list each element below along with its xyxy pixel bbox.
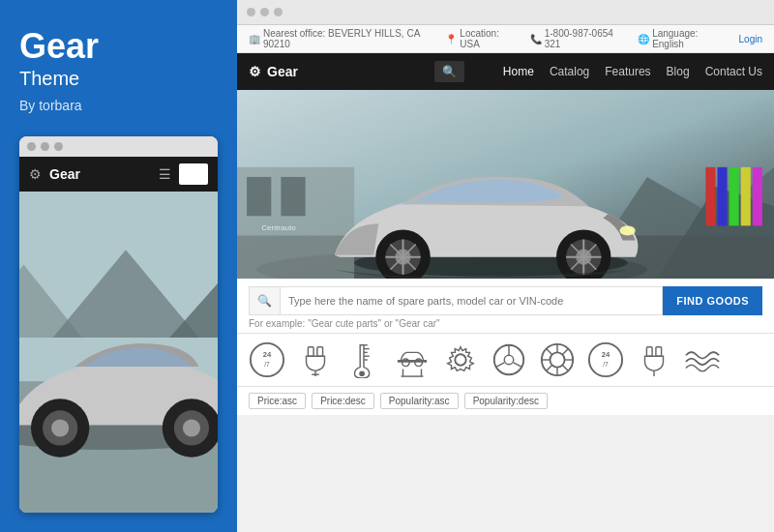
nav-brand: ⚙ Gear <box>249 64 298 79</box>
location-info: 📍 Location: USA <box>445 28 514 49</box>
hero-background: Centrauto <box>237 90 774 279</box>
svg-rect-46 <box>317 347 323 357</box>
search-input[interactable] <box>280 286 663 315</box>
icon-temperature <box>345 341 382 378</box>
info-bar: 🏢 Nearest office: BEVERLY HILLS, CA 9021… <box>237 25 774 53</box>
icon-waves <box>684 341 721 378</box>
hero-svg: Centrauto <box>237 90 774 279</box>
icon-plug <box>297 341 334 378</box>
mobile-nav-bar: ⚙ Gear ☰ <box>19 157 218 192</box>
icon-247: 24 /7 <box>249 341 285 378</box>
icon-item-car-lift <box>394 341 431 378</box>
find-goods-button[interactable]: FIND GOODS <box>663 286 762 315</box>
svg-rect-45 <box>308 347 313 357</box>
svg-line-66 <box>514 363 522 368</box>
svg-rect-80 <box>646 347 652 357</box>
language-info: 🌐 Language: English <box>638 28 723 49</box>
tag-popularity-asc[interactable]: Popularity:asc <box>380 393 459 409</box>
svg-line-76 <box>547 365 552 370</box>
phone-text: 1-800-987-0654 321 <box>545 28 622 49</box>
svg-rect-23 <box>741 167 751 226</box>
office-text: Nearest office: BEVERLY HILLS, CA 90210 <box>263 28 430 49</box>
svg-line-75 <box>562 349 568 355</box>
icon-item-247: 24 /7 <box>249 341 285 378</box>
nav-catalog[interactable]: Catalog <box>550 65 589 78</box>
icon-item-plug <box>297 341 334 378</box>
mobile-brand: Gear <box>49 166 151 182</box>
location-text: Location: USA <box>460 28 514 49</box>
svg-text:/7: /7 <box>603 361 609 368</box>
theme-title: Gear <box>19 29 218 64</box>
nav-gear-icon: ⚙ <box>249 64 261 79</box>
tag-price-desc[interactable]: Price:desc <box>312 393 374 409</box>
nav-brand-text: Gear <box>267 64 298 79</box>
icon-item-247-2: 24 /7 <box>587 341 624 378</box>
dot-2 <box>41 142 49 151</box>
svg-rect-81 <box>656 347 662 357</box>
svg-point-26 <box>620 225 636 235</box>
phone-info: 📞 1-800-987-0654 321 <box>530 28 622 49</box>
icon-settings <box>442 341 479 378</box>
svg-rect-20 <box>705 167 715 226</box>
website-preview: 🏢 Nearest office: BEVERLY HILLS, CA 9021… <box>237 25 774 532</box>
hero-image: Centrauto <box>237 90 774 279</box>
svg-point-11 <box>183 419 200 436</box>
svg-rect-19 <box>281 177 305 216</box>
nav-blog[interactable]: Blog <box>667 65 690 78</box>
mobile-hamburger-icon: ☰ <box>159 166 171 182</box>
mobile-gear-icon: ⚙ <box>29 166 42 182</box>
svg-text:Centrauto: Centrauto <box>261 223 296 232</box>
icons-row: 24 /7 <box>237 334 774 387</box>
svg-point-68 <box>550 352 564 367</box>
theme-author: By torbara <box>19 98 218 113</box>
svg-rect-22 <box>729 167 739 226</box>
nav-home[interactable]: Home <box>503 65 534 78</box>
browser-chrome <box>237 0 774 25</box>
dot-1 <box>27 142 36 151</box>
icon-car-lift <box>394 341 431 378</box>
search-icon: 🔍 <box>257 294 272 308</box>
svg-line-65 <box>495 363 504 368</box>
search-icon-wrapper: 🔍 <box>249 286 280 315</box>
icon-wheel <box>539 341 576 378</box>
svg-line-73 <box>547 349 552 355</box>
mobile-hero-image <box>19 192 218 513</box>
dot-3 <box>54 142 63 151</box>
office-info: 🏢 Nearest office: BEVERLY HILLS, CA 9021… <box>249 28 430 49</box>
svg-rect-21 <box>717 167 727 226</box>
svg-point-8 <box>51 419 69 436</box>
icon-247-2: 24 /7 <box>587 341 624 378</box>
icon-item-waves <box>684 341 721 378</box>
theme-subtitle: Theme <box>19 68 218 90</box>
mobile-preview: ⚙ Gear ☰ <box>19 136 218 513</box>
svg-text:24: 24 <box>263 350 272 359</box>
nav-contact[interactable]: Contact Us <box>705 65 762 78</box>
location-icon: 📍 <box>445 34 457 44</box>
svg-point-54 <box>359 370 365 376</box>
nav-links: Home Catalog Features Blog Contact Us <box>503 65 762 78</box>
nav-features[interactable]: Features <box>605 65 650 78</box>
svg-text:24: 24 <box>602 350 610 359</box>
search-row: 🔍 FIND GOODS <box>249 286 762 315</box>
nav-search-button[interactable]: 🔍 <box>434 61 464 82</box>
svg-line-74 <box>562 365 568 370</box>
search-hint: For example: "Gear cute parts" or "Gear … <box>249 318 762 329</box>
phone-icon: 📞 <box>530 34 542 44</box>
svg-point-61 <box>455 354 465 365</box>
tag-price-asc[interactable]: Price:asc <box>249 393 306 409</box>
icon-item-settings <box>442 341 479 378</box>
icon-steering-wheel <box>491 341 527 378</box>
search-section: 🔍 FIND GOODS For example: "Gear cute par… <box>237 279 774 334</box>
tag-popularity-desc[interactable]: Popularity:desc <box>464 393 548 409</box>
login-link[interactable]: Login <box>739 34 762 44</box>
icon-item-wheel <box>539 341 576 378</box>
svg-text:/7: /7 <box>264 361 270 368</box>
main-nav: ⚙ Gear 🔍 Home Catalog Features Blog Cont… <box>237 53 774 90</box>
office-icon: 🏢 <box>249 34 260 44</box>
svg-point-63 <box>504 355 514 365</box>
mobile-dots-bar <box>19 136 218 157</box>
browser-dot-1 <box>247 8 255 16</box>
icon-battery <box>636 341 672 378</box>
icon-item-battery <box>636 341 672 378</box>
svg-rect-18 <box>247 177 271 216</box>
